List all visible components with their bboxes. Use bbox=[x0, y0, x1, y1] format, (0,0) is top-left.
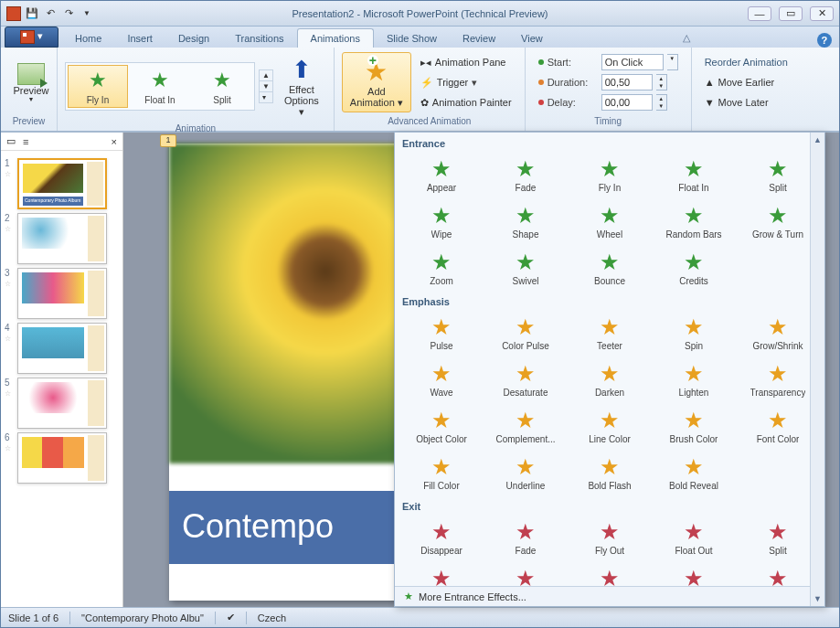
tab-slide-show[interactable]: Slide Show bbox=[374, 29, 450, 48]
anim-split[interactable]: ★Split bbox=[737, 153, 819, 197]
more-entrance-effects[interactable]: ★ More Entrance Effects... bbox=[395, 586, 824, 606]
anim-lighten[interactable]: ★Lighten bbox=[653, 357, 735, 402]
anim-float-in[interactable]: ★Float In bbox=[653, 153, 735, 197]
anim-grow-shrink[interactable]: ★Grow/Shrink bbox=[737, 311, 819, 356]
anim-wipe[interactable]: ★Wipe bbox=[400, 562, 483, 586]
close-panel-icon[interactable]: × bbox=[112, 136, 117, 147]
tab-design[interactable]: Design bbox=[165, 29, 222, 48]
anim-font-color[interactable]: ★Font Color bbox=[737, 404, 819, 449]
anim-wheel[interactable]: ★Wheel bbox=[569, 199, 651, 244]
slide-thumb-2[interactable] bbox=[17, 213, 107, 264]
gallery-down-icon[interactable]: ▼ bbox=[260, 81, 272, 92]
anim-zoom[interactable]: ★Zoom bbox=[400, 246, 483, 291]
anim-float-out[interactable]: ★Float Out bbox=[653, 516, 735, 560]
start-dropdown-icon[interactable]: ▼ bbox=[667, 54, 678, 70]
anim-pulse[interactable]: ★Pulse bbox=[400, 311, 483, 356]
star-icon: ★ bbox=[213, 68, 231, 93]
anim-swivel[interactable]: ★Swivel bbox=[484, 246, 567, 291]
anim-wipe[interactable]: ★Wipe bbox=[400, 199, 483, 244]
minimize-ribbon-icon[interactable]: △ bbox=[675, 28, 697, 48]
anim-disappear[interactable]: ★Disappear bbox=[400, 516, 483, 560]
undo-icon[interactable]: ↶ bbox=[43, 6, 58, 21]
save-icon[interactable]: 💾 bbox=[25, 6, 39, 21]
ribbon: Preview ▼ Preview ★Fly In★Float In★Split… bbox=[1, 48, 839, 132]
scroll-up-icon[interactable]: ▲ bbox=[811, 133, 824, 147]
anim-random-bars[interactable]: ★Random Bars bbox=[653, 199, 735, 244]
tab-insert[interactable]: Insert bbox=[114, 29, 165, 48]
anim-object-color[interactable]: ★Object Color bbox=[400, 404, 483, 449]
anim-grow-turn[interactable]: ★Grow & Turn bbox=[737, 199, 819, 244]
anim-fly-out[interactable]: ★Fly Out bbox=[569, 516, 651, 560]
animation-tag[interactable]: 1 bbox=[160, 134, 176, 147]
tab-review[interactable]: Review bbox=[450, 29, 508, 48]
start-select[interactable] bbox=[601, 54, 664, 70]
tab-view[interactable]: View bbox=[508, 29, 556, 48]
anim-bold-flash[interactable]: ★Bold Flash bbox=[569, 451, 651, 495]
duration-input[interactable] bbox=[601, 74, 653, 90]
effect-options-button[interactable]: ⬆ EffectOptions ▾ bbox=[277, 51, 326, 121]
slide-thumb-1[interactable]: Contemporary Photo Album bbox=[17, 158, 107, 209]
anim-underline[interactable]: ★Underline bbox=[484, 451, 567, 495]
anim-fly-in[interactable]: ★Fly In bbox=[569, 153, 651, 197]
qat-dropdown-icon[interactable]: ▼ bbox=[80, 6, 94, 21]
gallery-more-icon[interactable]: ▾ bbox=[260, 92, 272, 102]
anim-transparency[interactable]: ★Transparency bbox=[737, 357, 819, 402]
anim-complement-[interactable]: ★Complement... bbox=[484, 404, 567, 449]
anim-color-pulse[interactable]: ★Color Pulse bbox=[484, 311, 567, 356]
star-icon: ★ bbox=[431, 567, 452, 586]
anim-fade[interactable]: ★Fade bbox=[484, 153, 567, 197]
anim-shrink-turn[interactable]: ★Shrink & Turn bbox=[737, 562, 819, 586]
slide-thumb-3[interactable] bbox=[17, 268, 107, 319]
trigger-button[interactable]: ⚡Trigger ▾ bbox=[420, 73, 512, 91]
anim-darken[interactable]: ★Darken bbox=[569, 357, 651, 402]
anim-teeter[interactable]: ★Teeter bbox=[569, 311, 651, 356]
gallery-split[interactable]: ★Split bbox=[192, 65, 252, 108]
close-button[interactable]: ✕ bbox=[810, 6, 834, 21]
language-indicator[interactable]: Czech bbox=[258, 612, 286, 623]
thumbnails-tab-icon[interactable]: ▭ bbox=[6, 135, 16, 147]
anim-desaturate[interactable]: ★Desaturate bbox=[484, 357, 567, 402]
gallery-float-in[interactable]: ★Float In bbox=[130, 65, 190, 108]
help-icon[interactable]: ? bbox=[817, 33, 832, 48]
anim-wheel[interactable]: ★Wheel bbox=[569, 562, 651, 586]
outline-tab-icon[interactable]: ≡ bbox=[23, 136, 28, 147]
anim-bold-reveal[interactable]: ★Bold Reveal bbox=[653, 451, 735, 495]
duration-spinner[interactable]: ▲▼ bbox=[656, 74, 667, 90]
spellcheck-icon[interactable]: ✔ bbox=[227, 612, 235, 623]
scroll-down-icon[interactable]: ▼ bbox=[811, 591, 824, 606]
minimize-button[interactable]: — bbox=[748, 6, 771, 21]
anim-appear[interactable]: ★Appear bbox=[400, 153, 483, 197]
redo-icon[interactable]: ↷ bbox=[61, 6, 76, 21]
anim-line-color[interactable]: ★Line Color bbox=[569, 404, 651, 449]
anim-wave[interactable]: ★Wave bbox=[400, 357, 483, 402]
gallery-fly-in[interactable]: ★Fly In bbox=[68, 65, 128, 108]
delay-input[interactable] bbox=[601, 94, 653, 111]
anim-brush-color[interactable]: ★Brush Color bbox=[653, 404, 735, 449]
delay-spinner[interactable]: ▲▼ bbox=[656, 94, 667, 111]
preview-button[interactable]: Preview ▼ bbox=[8, 59, 54, 106]
anim-fade[interactable]: ★Fade bbox=[484, 516, 567, 560]
slide-thumb-6[interactable] bbox=[17, 432, 107, 484]
anim-shape[interactable]: ★Shape bbox=[484, 562, 567, 586]
tab-transitions[interactable]: Transitions bbox=[222, 29, 296, 48]
timing-group-label: Timing bbox=[527, 115, 689, 129]
anim-random-bars[interactable]: ★Random Bars bbox=[653, 562, 735, 586]
gallery-up-icon[interactable]: ▲ bbox=[260, 70, 272, 81]
dropdown-scrollbar[interactable]: ▲ ▼ bbox=[810, 133, 824, 606]
anim-split[interactable]: ★Split bbox=[737, 516, 819, 560]
animation-painter-button: ✿Animation Painter bbox=[420, 93, 512, 112]
anim-credits[interactable]: ★Credits bbox=[653, 246, 735, 291]
anim-spin[interactable]: ★Spin bbox=[653, 311, 735, 356]
animation-gallery[interactable]: ★Fly In★Float In★Split bbox=[65, 62, 255, 111]
anim-fill-color[interactable]: ★Fill Color bbox=[400, 451, 483, 495]
maximize-button[interactable]: ▭ bbox=[779, 6, 803, 21]
file-tab[interactable]: ▾ bbox=[5, 27, 58, 48]
add-animation-button[interactable]: ★+ AddAnimation ▾ bbox=[342, 52, 411, 112]
slide-thumb-4[interactable] bbox=[17, 323, 107, 374]
tab-animations[interactable]: Animations bbox=[297, 28, 374, 48]
anim-bounce[interactable]: ★Bounce bbox=[569, 246, 651, 291]
tab-home[interactable]: Home bbox=[62, 29, 114, 48]
anim-shape[interactable]: ★Shape bbox=[484, 199, 567, 244]
slide-thumb-5[interactable] bbox=[17, 378, 107, 429]
animation-pane-button[interactable]: ▸◂Animation Pane bbox=[420, 53, 512, 71]
